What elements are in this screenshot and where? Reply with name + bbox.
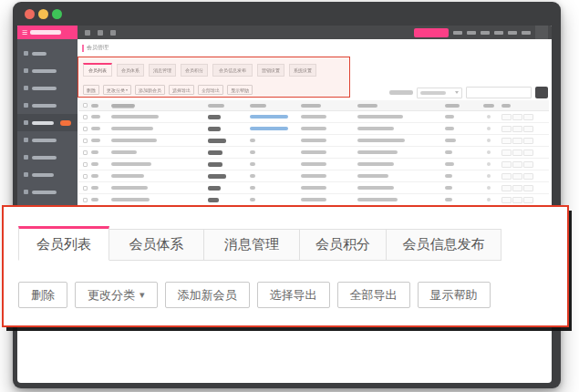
tab-member-points[interactable]: 会员积分: [299, 229, 387, 261]
sidebar-item[interactable]: [17, 97, 78, 114]
row-action-button[interactable]: [512, 150, 522, 156]
sidebar-item[interactable]: [17, 62, 78, 79]
tab-member-points[interactable]: 会员积分: [181, 64, 208, 77]
row-checkbox[interactable]: [83, 115, 88, 119]
export-selected-button[interactable]: 选择导出: [169, 85, 194, 95]
tab-member-list[interactable]: 会员列表: [83, 63, 112, 77]
row-action-button[interactable]: [501, 114, 512, 120]
tab-system-settings[interactable]: 系统设置: [289, 64, 316, 77]
tab-member-list[interactable]: 会员列表: [18, 226, 109, 261]
minimize-window-icon[interactable]: [38, 9, 48, 19]
close-window-icon[interactable]: [25, 9, 35, 19]
row-action-button[interactable]: [512, 197, 522, 203]
topbar-menu-item[interactable]: [522, 31, 531, 35]
sortable-column-header[interactable]: [111, 104, 135, 108]
row-action-button[interactable]: [501, 138, 512, 144]
row-action-button[interactable]: [523, 114, 533, 120]
row-action-button[interactable]: [501, 185, 512, 191]
topbar-home-icon[interactable]: [85, 30, 90, 36]
tab-member-system[interactable]: 会员体系: [109, 229, 204, 261]
search-button[interactable]: [535, 87, 548, 98]
export-all-button[interactable]: 全部导出: [198, 85, 223, 95]
window-titlebar[interactable]: [13, 2, 561, 26]
select-all-checkbox[interactable]: [83, 103, 88, 108]
sidebar-item[interactable]: [17, 166, 78, 183]
delete-button[interactable]: 删除: [83, 85, 99, 95]
callout-tab-bar: 会员列表 会员体系 消息管理 会员积分 会员信息发布: [18, 226, 567, 261]
row-checkbox[interactable]: [83, 174, 88, 179]
row-action-button[interactable]: [523, 161, 533, 168]
sidebar-item[interactable]: [17, 45, 78, 62]
row-action-button[interactable]: [512, 138, 522, 144]
row-checkbox[interactable]: [83, 162, 88, 167]
row-action-button[interactable]: [523, 173, 533, 180]
topbar-menu-item[interactable]: [508, 31, 517, 35]
sidebar-item[interactable]: [17, 149, 78, 166]
tab-message-management[interactable]: 消息管理: [203, 229, 300, 261]
add-member-button[interactable]: 添加新会员: [165, 282, 250, 308]
row-action-button[interactable]: [523, 138, 533, 144]
row-action-button[interactable]: [512, 126, 522, 132]
row-action-button[interactable]: [512, 185, 522, 191]
topbar-menu-item[interactable]: [481, 31, 490, 35]
row-checkbox[interactable]: [83, 186, 88, 191]
row-action-button[interactable]: [512, 173, 522, 180]
callout-toolbar: 删除 更改分类▾ 添加新会员 选择导出 全部导出 显示帮助: [18, 282, 567, 308]
tab-marketing-settings[interactable]: 营销设置: [257, 64, 284, 77]
table-row[interactable]: [78, 111, 549, 123]
tab-member-info-publish[interactable]: 会员信息发布: [386, 229, 501, 261]
row-action-button[interactable]: [523, 150, 533, 156]
table-row[interactable]: [78, 123, 549, 135]
topbar-menu-item[interactable]: [494, 31, 503, 35]
sidebar-item-icon: [24, 51, 28, 56]
topbar-pink-button[interactable]: [414, 28, 449, 37]
add-member-button[interactable]: 添加新会员: [135, 85, 165, 95]
row-action-button[interactable]: [501, 161, 512, 168]
sidebar-item[interactable]: [17, 79, 78, 97]
sidebar-item[interactable]: [17, 183, 78, 201]
row-action-button[interactable]: [501, 173, 512, 180]
table-header-row: [78, 100, 549, 111]
row-checkbox[interactable]: [83, 127, 88, 131]
tab-member-info-publish[interactable]: 会员信息发布: [212, 64, 253, 77]
member-link[interactable]: [250, 127, 288, 130]
change-category-button[interactable]: 更改分类▾: [103, 85, 131, 95]
row-action-button[interactable]: [501, 197, 512, 203]
table-row[interactable]: [78, 147, 549, 159]
row-action-button[interactable]: [512, 114, 522, 120]
brand-logo[interactable]: ☰: [17, 26, 78, 39]
table-row[interactable]: [78, 159, 549, 170]
table-row[interactable]: [78, 182, 549, 194]
row-checkbox[interactable]: [83, 198, 88, 202]
export-all-button[interactable]: 全部导出: [337, 282, 410, 308]
member-link[interactable]: [250, 115, 288, 119]
row-action-button[interactable]: [501, 126, 512, 132]
show-help-button[interactable]: 显示帮助: [227, 85, 253, 95]
row-checkbox[interactable]: [83, 139, 88, 143]
sidebar-item-members-active[interactable]: [17, 114, 78, 131]
tab-member-system[interactable]: 会员体系: [117, 64, 144, 77]
topbar-refresh-icon[interactable]: [98, 30, 103, 36]
row-action-button[interactable]: [501, 150, 512, 156]
search-input[interactable]: [466, 87, 532, 98]
row-action-button[interactable]: [512, 161, 522, 168]
show-help-button[interactable]: 显示帮助: [418, 282, 491, 308]
tab-message-management[interactable]: 消息管理: [149, 64, 176, 77]
topbar-menu-item[interactable]: [467, 31, 476, 35]
row-action-button[interactable]: [523, 126, 533, 132]
hamburger-icon[interactable]: ☰: [22, 29, 27, 36]
topbar-menu-item[interactable]: [453, 31, 462, 35]
change-category-button[interactable]: 更改分类▾: [75, 282, 158, 308]
sidebar-item-icon: [24, 138, 28, 142]
topbar-tag-icon[interactable]: [110, 30, 116, 36]
export-selected-button[interactable]: 选择导出: [257, 282, 330, 308]
search-category-select[interactable]: [417, 88, 462, 98]
table-row[interactable]: [78, 135, 549, 147]
zoom-window-icon[interactable]: [52, 9, 62, 19]
sidebar-item[interactable]: [17, 131, 78, 149]
row-checkbox[interactable]: [83, 150, 88, 155]
table-row[interactable]: [78, 170, 549, 182]
row-action-button[interactable]: [523, 197, 533, 203]
row-action-button[interactable]: [523, 185, 533, 191]
delete-button[interactable]: 删除: [18, 282, 67, 308]
